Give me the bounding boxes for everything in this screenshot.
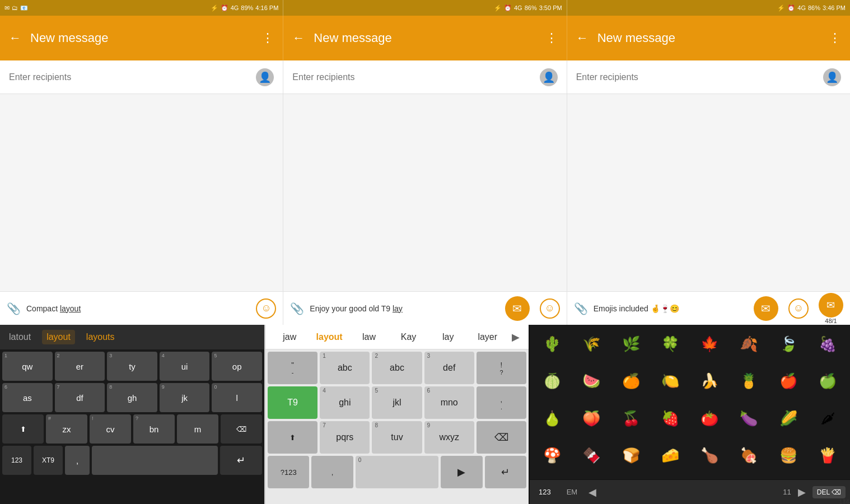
emoji-eggplant[interactable]: 🍆 (730, 403, 768, 434)
emoji-leaf[interactable]: 🍃 (769, 328, 807, 360)
key-xt9-1[interactable]: XT9 (34, 446, 63, 475)
emoji-fourleaf[interactable]: 🍀 (651, 328, 689, 360)
emoji-cherries[interactable]: 🍒 (612, 403, 650, 434)
emoji-apple-green[interactable]: 🍏 (809, 366, 847, 397)
key-gh[interactable]: 8gh (107, 383, 157, 412)
emoji-melon[interactable]: 🍈 (533, 366, 571, 397)
emoji-bone[interactable]: 🍖 (730, 440, 768, 472)
add-contact-button-3[interactable]: 👤 (823, 68, 841, 86)
add-contact-button-1[interactable]: 👤 (256, 68, 274, 86)
message-body-1[interactable] (0, 94, 283, 291)
t9-key-8[interactable]: 8tuv (372, 421, 422, 454)
emoji-hotpepper[interactable]: 🌶 (809, 403, 847, 434)
t9-key-4[interactable]: 4ghi (320, 386, 370, 419)
recipients-input-2[interactable] (292, 72, 539, 82)
t9-key-sym[interactable]: " - (268, 352, 317, 384)
emoji-banana[interactable]: 🍌 (690, 366, 728, 397)
attachment-icon-3[interactable]: 📎 (574, 302, 588, 315)
message-body-2[interactable] (283, 94, 567, 291)
t9-key-comma[interactable]: ,. (477, 386, 526, 419)
recipients-input-3[interactable] (576, 72, 823, 82)
t9-key-9[interactable]: 9wxyz (424, 421, 474, 454)
t9-key-5[interactable]: 5jkl (372, 386, 422, 419)
attachment-icon-2[interactable]: 📎 (290, 302, 304, 315)
key-ty[interactable]: 3ty (107, 352, 157, 381)
t9-sug-layout[interactable]: layout (310, 330, 349, 344)
key-shift-1[interactable]: ⬆ (2, 414, 44, 444)
key-jk[interactable]: 9jk (160, 383, 210, 412)
t9-key-enter[interactable]: ↵ (485, 456, 526, 488)
recipients-input-1[interactable] (9, 72, 256, 82)
back-button-1[interactable]: ← (9, 31, 21, 45)
t9-key-backspace[interactable]: ⌫ (477, 421, 526, 454)
emoji-delete-button[interactable]: DEL ⌫ (812, 486, 846, 498)
smiley-button-1[interactable]: ☺ (256, 298, 276, 319)
key-m[interactable]: m (177, 414, 218, 444)
smiley-button-3[interactable]: ☺ (788, 298, 809, 319)
emoji-wheat[interactable]: 🌾 (572, 328, 610, 360)
emoji-peach[interactable]: 🍑 (572, 403, 610, 434)
emoji-grapes[interactable]: 🍇 (809, 328, 847, 360)
t9-key-1[interactable]: 1abc (320, 352, 370, 384)
suggestion-1c[interactable]: layouts (82, 330, 119, 344)
emoji-fallenleaf[interactable]: 🍂 (730, 328, 768, 360)
key-space-1[interactable] (92, 446, 218, 475)
key-123-1[interactable]: 123 (2, 446, 31, 475)
emoji-btn-123[interactable]: 123 (534, 486, 555, 498)
key-er[interactable]: 2er (55, 352, 105, 381)
key-as[interactable]: 6as (2, 383, 53, 412)
emoji-herb[interactable]: 🌿 (612, 328, 650, 360)
emoji-drumstick[interactable]: 🍗 (690, 440, 728, 472)
emoji-nav-left[interactable]: ◀ (589, 486, 596, 498)
emoji-corn[interactable]: 🌽 (769, 403, 807, 434)
suggestion-1a[interactable]: latout (4, 330, 35, 344)
t9-key-play[interactable]: ▶ (441, 456, 482, 488)
smiley-button-2[interactable]: ☺ (540, 298, 560, 319)
key-enter-1[interactable]: ↵ (220, 446, 262, 475)
t9-key-6[interactable]: 6mno (424, 386, 474, 419)
t9-sug-jaw[interactable]: jaw (270, 330, 310, 344)
emoji-burger[interactable]: 🍔 (769, 440, 807, 472)
more-menu-button-1[interactable]: ⋮ (261, 31, 274, 45)
more-menu-button-2[interactable]: ⋮ (545, 31, 558, 45)
back-button-3[interactable]: ← (576, 31, 589, 45)
t9-sug-law[interactable]: law (349, 330, 389, 344)
key-l[interactable]: 0l (212, 383, 262, 412)
emoji-nav-right[interactable]: ▶ (798, 486, 806, 498)
t9-key-3[interactable]: 3def (424, 352, 474, 384)
emoji-btn-em[interactable]: EM (562, 486, 582, 498)
t9-key-2[interactable]: 2abc (372, 352, 422, 384)
emoji-bread[interactable]: 🍞 (612, 440, 650, 472)
key-bn[interactable]: ?bn (133, 414, 175, 444)
emoji-strawberry[interactable]: 🍓 (651, 403, 689, 434)
more-menu-button-3[interactable]: ⋮ (829, 31, 841, 45)
key-zx[interactable]: #zx (46, 414, 87, 444)
suggestion-1b[interactable]: layout (42, 330, 75, 344)
emoji-cheese[interactable]: 🧀 (651, 440, 689, 472)
key-backspace-1[interactable]: ⌫ (221, 414, 262, 444)
t9-key-t9[interactable]: T9 (268, 386, 317, 419)
t9-key-symbols[interactable]: ?123 (268, 456, 309, 488)
add-contact-button-2[interactable]: 👤 (540, 68, 558, 86)
t9-key-space[interactable]: 0 (356, 456, 439, 488)
key-qw[interactable]: 1qw (2, 352, 53, 381)
t9-key-comma2[interactable]: , (311, 456, 353, 488)
emoji-pineapple[interactable]: 🍍 (730, 366, 768, 397)
emoji-pear[interactable]: 🍐 (533, 403, 571, 434)
key-df[interactable]: 7df (55, 383, 105, 412)
t9-suggestions-arrow[interactable]: ▶ (507, 331, 524, 343)
emoji-orange[interactable]: 🍊 (612, 366, 650, 397)
t9-key-shift[interactable]: ⬆ (268, 421, 317, 454)
emoji-tomato[interactable]: 🍅 (690, 403, 728, 434)
t9-key-excl[interactable]: !? (477, 352, 526, 384)
key-ui[interactable]: 4ui (160, 352, 210, 381)
t9-key-7[interactable]: 7pqrs (320, 421, 370, 454)
emoji-cactus[interactable]: 🌵 (533, 328, 571, 360)
t9-sug-layer[interactable]: layer (468, 330, 507, 344)
emoji-choc[interactable]: 🍫 (572, 440, 610, 472)
emoji-fries[interactable]: 🍟 (809, 440, 847, 472)
emoji-mushroom[interactable]: 🍄 (533, 440, 571, 472)
key-op[interactable]: 5op (212, 352, 262, 381)
key-comma-1[interactable]: , (65, 446, 90, 475)
emoji-watermelon[interactable]: 🍉 (572, 366, 610, 397)
